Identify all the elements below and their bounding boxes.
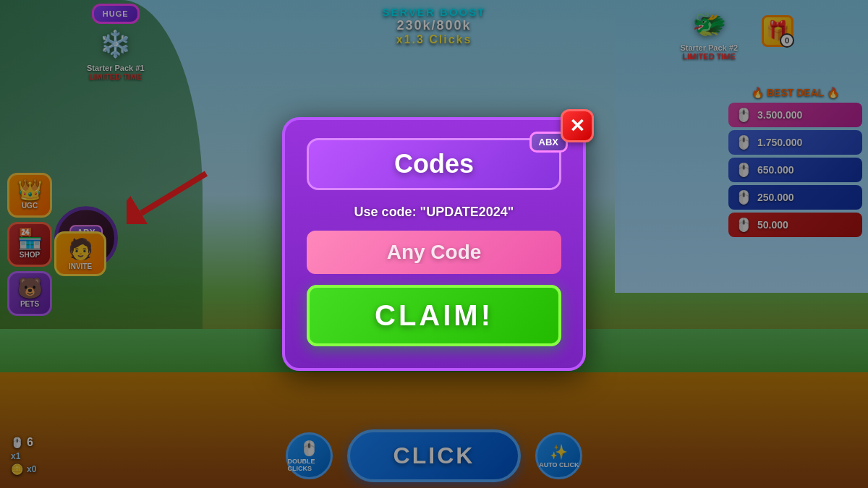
codes-modal: Codes ABX ✕ Use code: "UPDATE2024" CLAIM… xyxy=(282,117,586,371)
code-input[interactable] xyxy=(307,231,561,274)
claim-button[interactable]: CLAIM! xyxy=(307,285,561,346)
modal-title-bar: Codes ABX xyxy=(307,138,561,190)
modal-promo-text: Use code: "UPDATE2024" xyxy=(307,205,561,220)
ui-layer: SERVER BOOST 230k/800k x1.3 Clicks HUGE … xyxy=(0,0,868,488)
modal-close-button[interactable]: ✕ xyxy=(561,109,594,142)
modal-title: Codes xyxy=(394,149,474,179)
modal-overlay: Codes ABX ✕ Use code: "UPDATE2024" CLAIM… xyxy=(0,0,868,488)
